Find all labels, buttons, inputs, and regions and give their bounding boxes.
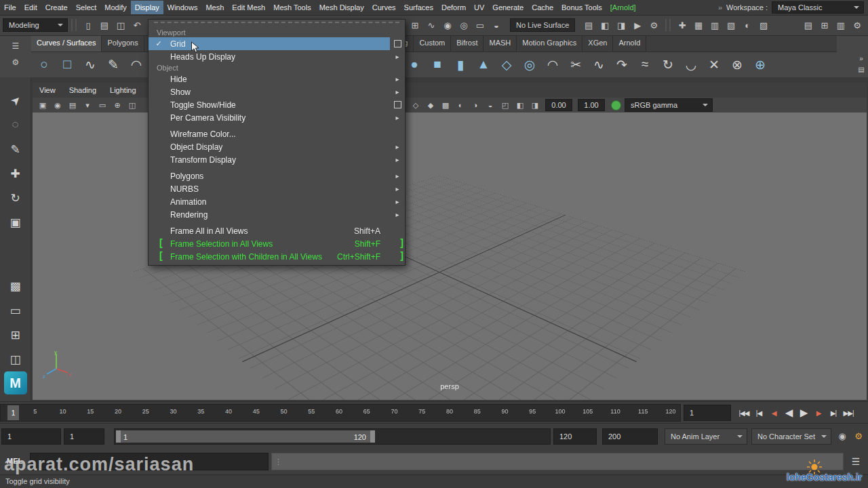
lasso-tool-icon[interactable]: ◌ <box>5 115 26 135</box>
move-tool-icon[interactable]: ✚ <box>5 163 26 184</box>
playback-start-field[interactable]: 1 <box>64 428 104 445</box>
tool-settings-icon[interactable]: ⚙ <box>850 18 865 33</box>
menu-item-hide[interactable]: Hide▸ <box>149 73 405 85</box>
command-input[interactable] <box>30 453 269 470</box>
insert-knot-icon[interactable]: ∿ <box>588 54 610 75</box>
current-frame-indicator[interactable]: 1 <box>7 405 19 420</box>
snap-to-point-icon[interactable]: ◉ <box>440 18 455 33</box>
auto-keyframe-icon[interactable]: ◉ <box>835 428 850 443</box>
menu-item-transform-display[interactable]: Transform Display▸ <box>149 153 405 166</box>
render-current-frame-icon[interactable]: ◧ <box>597 18 612 33</box>
image-plane-icon[interactable]: ▭ <box>96 98 109 112</box>
panel-menu-lighting[interactable]: Lighting <box>103 86 143 94</box>
shelf-tab-xgen[interactable]: XGen <box>583 35 613 52</box>
snap-to-view-plane-icon[interactable]: ▭ <box>473 18 488 33</box>
menu-generate[interactable]: Generate <box>488 1 528 14</box>
gamma-field[interactable]: 1.00 <box>578 99 605 111</box>
bookmarks-icon[interactable]: ▾ <box>81 98 94 112</box>
section-divider[interactable] <box>71 19 77 31</box>
snap-to-curve-icon[interactable]: ∿ <box>424 18 439 33</box>
menu-mesh[interactable]: Mesh <box>201 1 228 14</box>
menu-item-frame-selection-in-all-views[interactable]: Frame Selection in All ViewsShift+F[] <box>149 237 405 250</box>
menu-modify[interactable]: Modify <box>100 1 130 14</box>
menu-item-grid[interactable]: ✓Grid <box>149 37 405 50</box>
checker-icon[interactable]: ▩ <box>5 276 26 296</box>
save-scene-icon[interactable]: ◫ <box>113 18 128 33</box>
menu-select[interactable]: Select <box>72 1 101 14</box>
go-to-end-button[interactable]: ▶▶| <box>841 405 856 421</box>
shelf-tab-motion-graphics[interactable]: Motion Graphics <box>517 35 583 52</box>
hud-toggle-icon[interactable]: ▦ <box>691 18 706 33</box>
detach-curves-icon[interactable]: ✂ <box>565 54 587 75</box>
menu-set-select[interactable]: Modeling <box>3 18 68 32</box>
script-editor-icon[interactable]: ☰ <box>848 453 864 470</box>
menu-item-heads-up-display[interactable]: Heads Up Display▸ <box>149 50 405 63</box>
scale-tool-icon[interactable]: ▣ <box>5 212 26 232</box>
menu-deform[interactable]: Deform <box>437 1 470 14</box>
offset-curve-icon[interactable]: ≈ <box>634 54 656 75</box>
nurbs-sphere-icon[interactable]: ● <box>403 54 425 75</box>
shelf-tabs-menu-icon[interactable]: ☰ <box>9 39 22 53</box>
nurbs-cube-icon[interactable]: ■ <box>427 54 448 75</box>
option-box[interactable] <box>394 101 401 108</box>
menu-bonus-tools[interactable]: Bonus Tools <box>557 1 606 14</box>
playback-end-field[interactable]: 120 <box>553 428 597 445</box>
menu-uv[interactable]: UV <box>470 1 488 14</box>
select-tool-icon[interactable]: ➤ <box>1 86 29 115</box>
menu-file[interactable]: File <box>0 1 20 14</box>
menu-edit[interactable]: Edit <box>20 1 41 14</box>
default-material-icon[interactable]: ◐ <box>740 18 755 33</box>
multi-pane-icon[interactable]: ◫ <box>125 98 139 112</box>
menu-windows[interactable]: Windows <box>163 1 202 14</box>
character-set-select[interactable]: No Character Set <box>751 428 831 445</box>
menu-item-animation[interactable]: Animation▸ <box>149 195 405 208</box>
shelf-tab-curves-surfaces[interactable]: Curves / Surfaces <box>31 35 102 52</box>
lock-camera-icon[interactable]: ◉ <box>51 98 64 112</box>
project-curve-icon[interactable]: ⊕ <box>749 54 771 75</box>
render-sequence-icon[interactable]: ▶ <box>630 18 645 33</box>
menu-item-show[interactable]: Show▸ <box>149 85 405 98</box>
command-output[interactable]: ⋮ <box>271 453 844 470</box>
menu-arnold[interactable]: [Arnold] <box>606 1 640 14</box>
menu-item-object-display[interactable]: Object Display▸ <box>149 140 405 153</box>
fillet-curve-icon[interactable]: ◡ <box>680 54 702 75</box>
nurbs-square-icon[interactable]: □ <box>56 54 78 75</box>
step-back-frame-button[interactable]: |◀ <box>751 405 766 421</box>
menu-tearoff-handle[interactable] <box>154 22 399 26</box>
menu-curves[interactable]: Curves <box>368 1 400 14</box>
animation-start-field[interactable]: 1 <box>1 428 61 445</box>
menu-surfaces[interactable]: Surfaces <box>400 1 437 14</box>
color-management-icon[interactable] <box>611 100 621 110</box>
current-time-field[interactable]: 1 <box>684 405 731 421</box>
menu-create[interactable]: Create <box>41 1 72 14</box>
menu-cache[interactable]: Cache <box>528 1 557 14</box>
workspace-select[interactable]: Maya Classic <box>772 1 864 14</box>
new-scene-icon[interactable]: ▯ <box>81 18 96 33</box>
nurbs-cone-icon[interactable]: ▲ <box>473 54 494 75</box>
play-backwards-button[interactable]: ◀ <box>781 405 796 421</box>
isolate-select-icon[interactable]: ◰ <box>498 98 512 112</box>
split-pane-layout-icon[interactable]: ◫ <box>5 349 26 369</box>
go-to-start-button[interactable]: |◀◀ <box>736 405 751 421</box>
shelf-menu-icon[interactable]: ▤ <box>856 64 867 75</box>
step-back-key-button[interactable]: ◀ <box>766 405 781 421</box>
panel-menu-view[interactable]: View <box>33 86 62 94</box>
menu-item-frame-selection-with-children-in-all-views[interactable]: Frame Selection with Children in All Vie… <box>149 250 405 263</box>
time-slider[interactable]: 1 51015202530354045505560657075808590951… <box>0 404 681 422</box>
range-slider-track[interactable]: 1 120 <box>114 428 551 445</box>
ep-curve-tool-icon[interactable]: ∿ <box>79 54 101 75</box>
open-render-view-icon[interactable]: ▤ <box>581 18 596 33</box>
shelf-tab-mash[interactable]: MASH <box>484 35 517 52</box>
cut-curve-icon[interactable]: ✕ <box>703 54 725 75</box>
attach-curves-icon[interactable]: ◠ <box>542 54 564 75</box>
object-details-icon[interactable]: ▥ <box>707 18 722 33</box>
section-divider[interactable] <box>665 19 671 31</box>
nurbs-plane-icon[interactable]: ◇ <box>496 54 517 75</box>
snap-to-projected-center-icon[interactable]: ◎ <box>456 18 471 33</box>
camera-attributes-icon[interactable]: ▤ <box>66 98 79 112</box>
bezier-curve-tool-icon[interactable]: ◠ <box>125 54 147 75</box>
animation-preferences-icon[interactable]: ⚙ <box>851 428 866 443</box>
panel-menu-shading[interactable]: Shading <box>62 86 103 94</box>
show-manipulators-icon[interactable]: ✚ <box>675 18 690 33</box>
step-forward-key-button[interactable]: ▶ <box>811 405 826 421</box>
